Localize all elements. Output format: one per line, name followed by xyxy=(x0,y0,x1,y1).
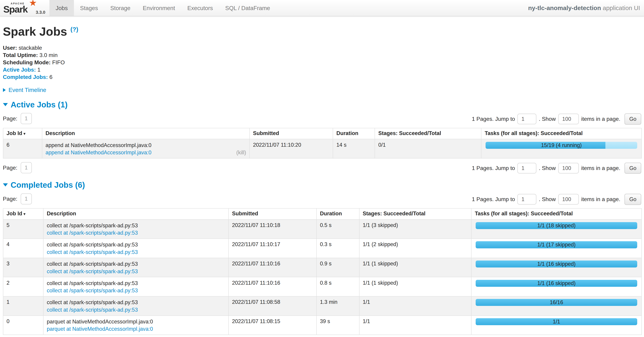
items-per-page-input[interactable] xyxy=(558,163,579,173)
navbar: APACHE Spark ★ 3.3.0 Jobs Stages Storage… xyxy=(0,0,644,16)
spark-version: 3.3.0 xyxy=(36,10,45,15)
job-duration-cell: 14 s xyxy=(333,139,375,158)
help-icon[interactable]: (?) xyxy=(70,26,78,33)
column-header-stages[interactable]: Stages: Succeeded/Total xyxy=(375,128,481,139)
job-submitted-cell: 2022/11/07 11:10:20 xyxy=(250,139,333,158)
tab-sql-dataframe[interactable]: SQL / DataFrame xyxy=(219,0,276,16)
job-stages-cell: 0/1 xyxy=(375,139,481,158)
application-name-bold: ny-tlc-anomaly-detection xyxy=(528,4,601,11)
job-id-cell: 0 xyxy=(3,316,43,335)
summary-completed-jobs: Completed Jobs: 6 xyxy=(3,73,642,81)
event-timeline-toggle[interactable]: Event Timeline xyxy=(3,87,642,93)
column-header-tasks[interactable]: Tasks (for all stages): Succeeded/Total xyxy=(471,208,642,220)
column-header-description[interactable]: Description xyxy=(43,208,228,220)
column-header-stages[interactable]: Stages: Succeeded/Total xyxy=(359,208,472,220)
job-submitted-cell: 2022/11/07 11:08:15 xyxy=(228,316,316,335)
job-row: 0 parquet at NativeMethodAccessorImpl.ja… xyxy=(3,316,642,335)
job-detail-link[interactable]: append at NativeMethodAccessorImpl.java:… xyxy=(46,149,152,156)
page-title: Spark Jobs (?) xyxy=(3,25,642,38)
job-description-cell: collect at /spark-scripts/spark-ad.py:53… xyxy=(43,277,228,296)
go-button[interactable]: Go xyxy=(624,163,642,174)
progress-label: 1/1 (16 skipped) xyxy=(476,261,637,268)
active-jobs-heading[interactable]: Active Jobs (1) xyxy=(3,100,642,109)
pagination-active-bottom: Page: 1 Pages. Jump to . Show items in a… xyxy=(3,162,642,174)
job-description-cell: collect at /spark-scripts/spark-ad.py:53… xyxy=(43,220,228,239)
spark-logo-graphic: APACHE Spark ★ xyxy=(3,0,34,15)
page-number-input[interactable] xyxy=(21,193,32,205)
page-label: Page: xyxy=(3,115,18,122)
job-description-cell: collect at /spark-scripts/spark-ad.py:53… xyxy=(43,258,228,277)
jump-to-page-input[interactable] xyxy=(518,163,536,173)
page-label: Page: xyxy=(3,165,18,171)
job-detail-link[interactable]: collect at /spark-scripts/spark-ad.py:53 xyxy=(47,307,138,313)
progress-label: 1/1 (18 skipped) xyxy=(476,222,637,229)
completed-jobs-heading[interactable]: Completed Jobs (6) xyxy=(3,180,642,190)
show-text: . Show xyxy=(539,165,556,171)
page-label: Page: xyxy=(3,196,18,202)
items-per-page-input[interactable] xyxy=(558,114,579,124)
tasks-progress-bar: 16/16 xyxy=(476,299,637,306)
column-header-duration[interactable]: Duration xyxy=(316,208,359,220)
job-submitted-cell: 2022/11/07 11:10:18 xyxy=(228,220,316,239)
summary-active-jobs: Active Jobs: 1 xyxy=(3,66,642,73)
go-button[interactable]: Go xyxy=(624,194,642,205)
job-detail-link[interactable]: collect at /spark-scripts/spark-ad.py:53 xyxy=(47,229,138,236)
column-header-submitted[interactable]: Submitted xyxy=(228,208,316,220)
progress-label: 16/16 xyxy=(476,299,637,306)
jump-to-page-input[interactable] xyxy=(518,194,536,205)
job-id-cell: 6 xyxy=(3,139,42,158)
items-text: items in a page. xyxy=(581,196,620,203)
job-stages-cell: 1/1 xyxy=(359,296,472,316)
job-detail-link[interactable]: collect at /spark-scripts/spark-ad.py:53 xyxy=(47,287,138,294)
pages-jump-text: 1 Pages. Jump to xyxy=(472,165,515,171)
job-row: 1 collect at /spark-scripts/spark-ad.py:… xyxy=(3,296,642,316)
active-jobs-link[interactable]: Active Jobs: xyxy=(3,66,36,73)
show-text: . Show xyxy=(539,116,556,122)
job-stages-cell: 1/1 xyxy=(359,316,472,335)
collapse-arrow-icon xyxy=(3,183,8,187)
column-header-tasks[interactable]: Tasks (for all stages): Succeeded/Total xyxy=(481,128,642,139)
job-stages-cell: 1/1 (3 skipped) xyxy=(359,220,472,239)
items-per-page-input[interactable] xyxy=(558,194,579,205)
column-header-submitted[interactable]: Submitted xyxy=(250,128,333,139)
page-number-input[interactable] xyxy=(21,113,32,124)
jump-to-page-input[interactable] xyxy=(518,114,536,124)
kill-job-link[interactable]: (kill) xyxy=(236,149,246,156)
tab-executors[interactable]: Executors xyxy=(181,0,219,16)
job-tasks-cell: 1/1 (18 skipped) xyxy=(471,220,642,239)
column-header-job-id[interactable]: Job Id▾ xyxy=(3,208,43,220)
job-id-cell: 1 xyxy=(3,296,43,316)
spark-star-icon: ★ xyxy=(29,0,37,8)
event-timeline-label: Event Timeline xyxy=(8,87,46,93)
spark-logo[interactable]: APACHE Spark ★ 3.3.0 xyxy=(0,0,50,16)
job-detail-link[interactable]: collect at /spark-scripts/spark-ad.py:53 xyxy=(47,268,138,275)
page-number-input[interactable] xyxy=(21,162,32,173)
pagination-completed-top: Page: 1 Pages. Jump to . Show items in a… xyxy=(3,193,642,205)
job-submitted-cell: 2022/11/07 11:10:16 xyxy=(228,277,316,296)
job-row: 3 collect at /spark-scripts/spark-ad.py:… xyxy=(3,258,642,277)
job-stages-cell: 1/1 (1 skipped) xyxy=(359,277,472,296)
column-header-description[interactable]: Description xyxy=(42,128,250,139)
job-description-cell: parquet at NativeMethodAccessorImpl.java… xyxy=(43,316,228,335)
application-name: ny-tlc-anomaly-detection application UI xyxy=(528,4,644,12)
go-button[interactable]: Go xyxy=(624,113,642,125)
job-row: 6 append at NativeMethodAccessorImpl.jav… xyxy=(3,139,642,158)
summary-uptime: Total Uptime: 3.0 min xyxy=(3,51,642,59)
job-id-cell: 2 xyxy=(3,277,43,296)
tab-storage[interactable]: Storage xyxy=(104,0,137,16)
active-jobs-table: Job Id▾ Description Submitted Duration S… xyxy=(3,128,642,159)
job-detail-link[interactable]: collect at /spark-scripts/spark-ad.py:53 xyxy=(47,249,138,256)
completed-jobs-link[interactable]: Completed Jobs: xyxy=(3,74,48,80)
spark-wordmark: Spark xyxy=(3,4,28,15)
tab-environment[interactable]: Environment xyxy=(136,0,181,16)
progress-label: 15/19 (4 running) xyxy=(486,142,637,149)
tasks-progress-bar: 1/1 (18 skipped) xyxy=(476,222,637,229)
job-description-cell: append at NativeMethodAccessorImpl.java:… xyxy=(42,139,250,158)
column-header-job-id[interactable]: Job Id▾ xyxy=(3,128,42,139)
tab-jobs[interactable]: Jobs xyxy=(50,0,74,16)
job-detail-link[interactable]: parquet at NativeMethodAccessorImpl.java… xyxy=(47,326,153,333)
job-id-cell: 3 xyxy=(3,258,43,277)
tab-stages[interactable]: Stages xyxy=(74,0,104,16)
job-tasks-cell: 15/19 (4 running) xyxy=(481,139,642,158)
column-header-duration[interactable]: Duration xyxy=(333,128,375,139)
